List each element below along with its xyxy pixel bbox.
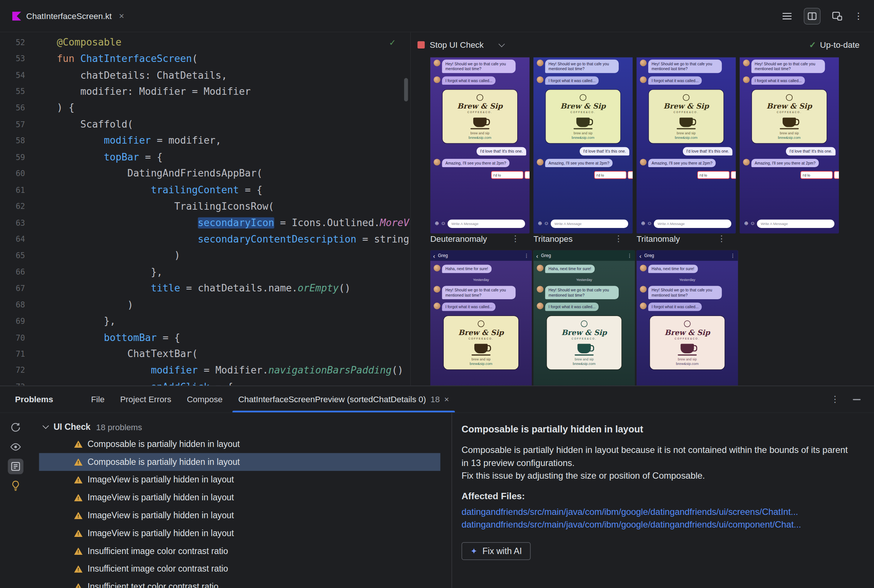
tab-preview-label: ChatInterfaceScreenPreview (sortedChatDe… [238,394,426,404]
code-token: ) [57,299,133,310]
preview-phone[interactable]: ‹Greg⋮Haha, next time for sure!Yesterday… [533,250,635,386]
chat-message: I forgot what it was called... [537,303,631,311]
card-url: brew&sip.com [550,362,618,365]
fix-with-ai-button[interactable]: ✦ Fix with AI [462,542,531,560]
chat-bubble: Amazing, I'll see you there at 2pm? [545,159,613,167]
code-token [57,217,198,228]
tab-close-icon[interactable]: × [119,11,124,21]
problem-item[interactable]: !Composable is partially hidden in layou… [39,453,440,471]
code-token: @Composable [57,37,121,48]
preview-phone[interactable]: Hey! Should we go to that cafe you menti… [637,57,736,234]
code-token: ChatInterfaceScreen [80,53,192,64]
chat-message: Hey! Should we go to that cafe you menti… [743,60,836,73]
affected-file-link[interactable]: datingandfriends/src/main/java/com/ibm/g… [462,506,860,518]
tab-project-errors[interactable]: Project Errors [112,386,179,412]
avatar [537,159,544,166]
card-title: Brew & Sip [446,102,514,110]
tab-close-icon[interactable]: × [444,394,449,404]
problem-text: Composable is partially hidden in layout [87,457,240,467]
coffee-logo-icon [683,94,690,101]
add-icon: ⊕ [538,221,542,226]
more-options-icon[interactable]: ⋮ [614,234,622,244]
split-editor-icon[interactable] [804,8,821,24]
code-editor[interactable]: 52@Composable53fun ChatInterfaceScreen(5… [0,33,410,386]
tab-preview[interactable]: ChatInterfaceScreenPreview (sortedChatDe… [230,386,457,412]
problems-title[interactable]: Problems [15,394,53,404]
card-title: Brew & Sip [755,102,823,110]
add-icon: ⊕ [435,221,439,226]
hide-panel-icon[interactable] [853,399,860,400]
preview-phone[interactable]: ‹Greg⋮Haha, next time for sure!Yesterday… [637,250,738,386]
tab-file[interactable]: File [83,386,112,412]
problem-item[interactable]: !Composable is partially hidden in layou… [39,435,440,453]
code-text: topBar = { [57,152,162,163]
contact-name: Greg [541,253,627,258]
problem-item[interactable]: !Insufficient image color contrast ratio [39,560,440,578]
preview-config-row: Tritanomaly⋮ [637,234,726,244]
refresh-button[interactable] [8,420,24,435]
problem-item[interactable]: !ImageView is partially hidden in layout [39,507,440,525]
chevron-down-icon[interactable] [42,423,49,429]
stop-ui-check-button[interactable]: Stop UI Check [417,40,484,50]
more-options-icon[interactable]: ⋮ [854,12,863,21]
add-icon: ⊕ [641,221,645,226]
chat-message: I forgot what it was called... [537,76,629,85]
chat-bubble: Hey! Should we go to that cafe you menti… [648,286,722,299]
affected-file-link[interactable]: datingandfriends/src/main/java/com/ibm/g… [462,518,860,531]
problem-item[interactable]: !ImageView is partially hidden in layout [39,489,440,507]
problem-item[interactable]: !ImageView is partially hidden in layout [39,524,440,542]
chat-message: Amazing, I'll see you there at 2pm? [537,159,629,167]
card-subtitle: COFFEE&CO. [653,337,721,340]
code-text: bottomBar = { [57,332,180,343]
preview-phone[interactable]: Hey! Should we go to that cafe you menti… [430,57,530,234]
code-text: @Composable [57,37,121,48]
card-title: Brew & Sip [653,328,721,336]
preview-visibility-button[interactable] [8,439,24,455]
chat-message: Hey! Should we go to that cafe you menti… [434,60,526,73]
warning-icon: ! [74,583,83,588]
problem-item[interactable]: !Insufficient image color contrast ratio [39,542,440,560]
chat-message: Haha, next time for sure! [537,264,631,273]
card-url: brew&sip.com [447,362,515,365]
chevron-down-icon[interactable] [498,40,505,47]
brew-sip-card-image: Brew & SipCOFFEE&CO.brew and sipbrew&sip… [650,316,725,369]
device-mirroring-icon[interactable] [830,8,845,24]
code-text: chatDetails: ChatDetails, [57,69,227,81]
tab-compose[interactable]: Compose [179,386,231,412]
quick-fix-button[interactable] [8,478,24,494]
code-token: modifier: Modifier = Modifier [57,86,251,97]
chat-message: I'd love that! It's this one. [434,147,526,155]
problem-item[interactable]: !ImageView is partially hidden in layout [39,471,440,489]
back-icon: ‹ [639,252,641,259]
preview-phone[interactable]: Hey! Should we go to that cafe you menti… [740,57,839,234]
avatar [434,76,440,83]
chat-message: Hey! Should we go to that cafe you menti… [537,60,629,73]
coffee-cup-icon [576,117,590,127]
problem-item[interactable]: !Insufficient text color contrast ratio [39,578,440,588]
inspections-ok-icon[interactable]: ✓ [390,37,395,48]
more-options-icon[interactable]: ⋮ [511,234,520,244]
code-token: }, [57,266,162,278]
code-line: 58 modifier = modifier, [0,132,410,149]
preview-config-row: Deuteranomaly⋮ [430,234,520,244]
problems-view-button[interactable] [8,459,24,474]
affected-files-label: Affected Files: [462,491,860,501]
code-token: Scaffold( [57,118,133,130]
line-number: 54 [0,70,25,80]
file-structure-icon[interactable] [779,8,795,24]
card-subtitle: COFFEE&CO. [652,111,720,113]
chat-bubble: Hey! Should we go to that cafe you menti… [442,60,515,73]
editor-tab[interactable]: ChatInterfaceScreen.kt × [0,0,132,32]
tree-header[interactable]: UI Check 18 problems [32,418,452,435]
code-text: modifier = Modifier.navigationBarsPaddin… [57,365,403,376]
editor-scrollbar[interactable] [404,78,408,102]
preview-phone[interactable]: ‹Greg⋮Haha, next time for sure!Yesterday… [430,250,532,386]
preview-phone[interactable]: Hey! Should we go to that cafe you menti… [533,57,632,234]
code-text: ) { [57,102,74,113]
more-options-icon[interactable]: ⋮ [830,395,839,404]
more-options-icon[interactable]: ⋮ [717,234,725,244]
chat-message: I forgot what it was called... [434,303,529,311]
code-text: ) [57,299,133,310]
stop-icon [417,41,425,48]
ui-check-highlight: I'd lo [800,171,833,179]
